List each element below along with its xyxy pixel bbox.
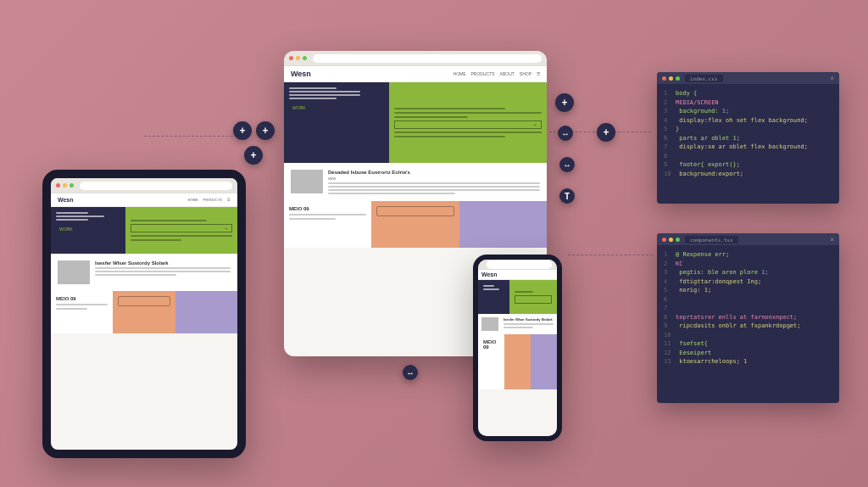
panel-white[interactable]: MEIO 09 (478, 334, 504, 364)
code-body[interactable]: 1body {2MEDIA/SCREEN3 background: 1;4 di… (657, 84, 839, 183)
connector-line (144, 136, 246, 137)
menu-icon[interactable]: ☰ (537, 71, 540, 76)
panel-salmon[interactable] (113, 291, 175, 333)
file-tab[interactable]: index.css (685, 75, 723, 82)
illustration-placeholder (376, 206, 453, 216)
hero-badge: WORK (56, 226, 76, 232)
article-title: Isesfer Wlser Sustordy Slolark (504, 317, 554, 322)
panel-salmon[interactable] (504, 334, 531, 364)
arrow-cta[interactable] (515, 295, 552, 304)
traffic-light-minimize-icon[interactable] (669, 76, 673, 81)
traffic-light-maximize-icon[interactable] (303, 56, 307, 60)
browser-chrome (478, 260, 557, 270)
article-thumbnail (58, 260, 90, 284)
text-tool-icon[interactable]: T (559, 188, 575, 204)
panel-lavender[interactable] (531, 334, 557, 364)
site-nav: HOME PRODUCTS ABOUT SHOP ☰ (453, 71, 540, 76)
nav-link[interactable]: PRODUCTS (203, 198, 222, 202)
add-button[interactable]: + (244, 146, 263, 165)
close-icon[interactable]: × (830, 75, 834, 82)
nav-link[interactable]: HOME (188, 198, 198, 202)
move-handle-icon[interactable]: ↔ (559, 157, 575, 172)
code-editor-bottom: components.tsx × 1@ Respense err;2KC3 pe… (657, 233, 839, 403)
traffic-light-close-icon[interactable] (662, 238, 666, 242)
traffic-light-minimize-icon[interactable] (669, 238, 673, 242)
traffic-light-minimize-icon[interactable] (296, 56, 300, 60)
address-bar[interactable] (80, 182, 232, 190)
site-logo[interactable]: Wesn (58, 197, 74, 203)
color-panels-row: MEIO 09 (284, 201, 547, 248)
traffic-light-minimize-icon[interactable] (63, 183, 67, 188)
article-thumbnail (291, 170, 323, 193)
file-tab[interactable]: components.tsx (685, 236, 738, 244)
address-bar[interactable] (313, 54, 542, 63)
site-header: Wesn HOME PRODUCTS ☰ (51, 193, 237, 207)
hero-badge: WORK (289, 104, 309, 111)
site-logo[interactable]: Wesn (481, 271, 498, 277)
add-button[interactable]: + (256, 121, 275, 140)
menu-icon[interactable]: ☰ (227, 198, 231, 202)
traffic-light-close-icon[interactable] (662, 76, 666, 81)
article-card[interactable]: Isesfer Wlser Sustordy Slolark (51, 254, 237, 291)
traffic-light-maximize-icon[interactable] (676, 76, 680, 81)
browser-chrome (51, 178, 237, 193)
traffic-light-maximize-icon[interactable] (70, 183, 74, 188)
code-editor-top: index.css × 1body {2MEDIA/SCREEN3 backgr… (657, 72, 839, 204)
panel-white[interactable]: MEIO 09 (284, 201, 371, 248)
traffic-light-close-icon[interactable] (289, 56, 293, 60)
move-handle-icon[interactable]: ↔ (403, 365, 418, 380)
hero-section: WORK → (284, 82, 547, 163)
panel-salmon[interactable] (371, 201, 459, 248)
panel-white[interactable]: MEIO 09 (51, 291, 113, 333)
arrow-cta[interactable]: → (394, 120, 542, 129)
connector-line (568, 255, 653, 255)
article-title: Desaded Isbuse Eustrortz Eolria's (328, 170, 540, 175)
site-header: Wesn HOME PRODUCTS ABOUT SHOP ☰ (284, 66, 547, 82)
code-body[interactable]: 1@ Respense err;2KC3 pegtis: ble aron pl… (657, 245, 839, 372)
move-handle-icon[interactable]: ↔ (558, 126, 573, 141)
editor-titlebar: index.css × (657, 72, 839, 84)
panel-title: MEIO 09 (289, 206, 366, 211)
nav-link[interactable]: SHOP (520, 71, 531, 76)
close-icon[interactable]: × (830, 236, 834, 244)
phone-mockup: Wesn Isesfer Wlser Sustordy Slolark MEIO… (473, 255, 562, 441)
nav-link[interactable]: HOME (453, 71, 466, 76)
site-logo[interactable]: Wesn (291, 70, 311, 78)
tablet-mockup: Wesn HOME PRODUCTS ☰ WORK → Isesfer Wlse… (42, 170, 246, 458)
article-card[interactable]: Isesfer Wlser Sustordy Slolark (478, 314, 557, 334)
traffic-light-maximize-icon[interactable] (676, 238, 680, 242)
article-subtitle: NEW (328, 176, 540, 181)
hero-text-panel: WORK (284, 82, 389, 163)
add-button[interactable]: + (555, 93, 574, 112)
nav-link[interactable]: ABOUT (500, 71, 515, 76)
nav-link[interactable]: PRODUCTS (471, 71, 495, 76)
arrow-cta[interactable]: → (131, 224, 232, 232)
panel-title: MEIO 09 (56, 296, 108, 301)
hero-section: WORK → (51, 207, 237, 254)
browser-chrome (284, 51, 547, 66)
address-bar[interactable] (487, 260, 552, 269)
panel-lavender[interactable] (459, 201, 547, 248)
traffic-light-close-icon[interactable] (56, 183, 60, 188)
article-card[interactable]: Desaded Isbuse Eustrortz Eolria's NEW (284, 163, 547, 201)
add-button[interactable]: + (233, 121, 252, 140)
add-button[interactable]: + (597, 123, 615, 142)
panel-lavender[interactable] (175, 291, 237, 333)
hero-accent-panel: → (389, 82, 547, 163)
article-title: Isesfer Wlser Sustordy Slolark (95, 260, 231, 266)
